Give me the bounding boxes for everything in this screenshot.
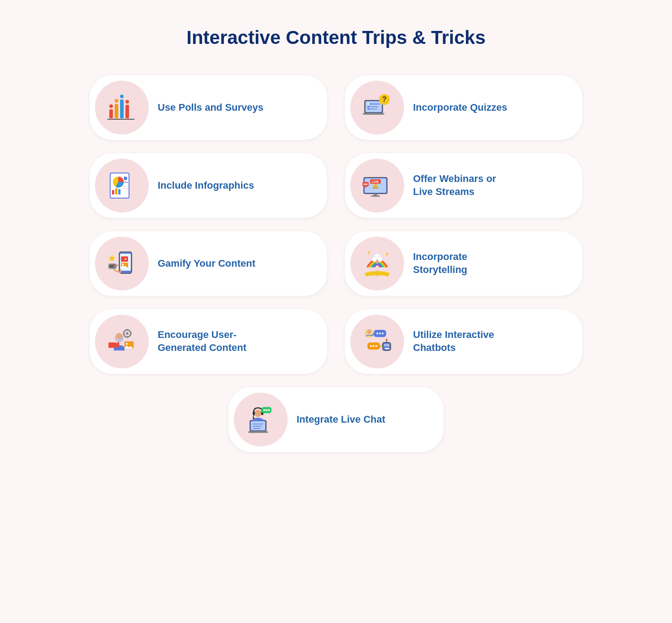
svg-point-25 xyxy=(124,177,127,180)
svg-rect-23 xyxy=(115,188,117,195)
icon-circle-storytelling: ✦ ✦ xyxy=(350,237,404,290)
svg-point-85 xyxy=(373,345,375,347)
svg-rect-58 xyxy=(376,260,379,264)
svg-point-4 xyxy=(109,104,113,108)
svg-rect-87 xyxy=(383,342,391,350)
card-livechat: Integrate Live Chat xyxy=(228,387,444,452)
svg-point-90 xyxy=(385,345,386,346)
svg-text:✦: ✦ xyxy=(367,251,370,255)
card-ugc-label: Encourage User- Generated Content xyxy=(158,329,246,354)
svg-point-101 xyxy=(254,410,262,417)
card-chatbots: Utilize Interactive Chatbots xyxy=(345,309,582,374)
svg-point-40 xyxy=(366,184,368,185)
svg-marker-47 xyxy=(108,255,116,262)
svg-point-91 xyxy=(388,345,388,346)
svg-point-50 xyxy=(115,266,116,268)
svg-rect-67 xyxy=(126,329,128,331)
svg-point-104 xyxy=(253,417,254,419)
svg-rect-42 xyxy=(120,254,131,271)
card-webinars-label: Offer Webinars or Live Streams xyxy=(413,173,496,198)
svg-point-94 xyxy=(386,339,388,341)
card-polls: Use Polls and Surveys xyxy=(90,75,327,140)
card-storytelling: ✦ ✦ Incorporate Storytelling xyxy=(345,231,582,296)
bottom-row: Integrate Live Chat xyxy=(90,387,582,452)
svg-rect-92 xyxy=(385,348,389,349)
svg-point-84 xyxy=(370,345,372,347)
svg-point-6 xyxy=(120,95,124,98)
svg-point-80 xyxy=(379,333,381,334)
svg-marker-83 xyxy=(380,344,383,348)
svg-rect-68 xyxy=(126,336,128,338)
svg-point-18 xyxy=(367,106,369,108)
svg-point-7 xyxy=(125,100,129,104)
card-polls-label: Use Polls and Surveys xyxy=(158,101,263,114)
card-infographics: Include Infographics xyxy=(90,153,327,218)
svg-point-108 xyxy=(266,409,267,411)
svg-point-33 xyxy=(374,184,377,186)
svg-rect-3 xyxy=(125,105,129,118)
svg-rect-1 xyxy=(115,104,118,118)
svg-rect-71 xyxy=(108,342,116,348)
svg-text:?: ? xyxy=(382,95,387,103)
svg-point-19 xyxy=(367,108,369,110)
card-quizzes: ? Incorporate Quizzes xyxy=(345,75,582,140)
card-infographics-label: Include Infographics xyxy=(158,179,254,192)
card-livechat-label: Integrate Live Chat xyxy=(297,413,385,426)
icon-circle-webinars: LIVE xyxy=(350,159,404,212)
svg-point-5 xyxy=(115,99,118,103)
svg-point-66 xyxy=(126,332,129,335)
icon-circle-chatbots xyxy=(350,315,404,368)
svg-point-38 xyxy=(364,184,365,185)
gamify-icon xyxy=(106,247,138,280)
chatbots-icon xyxy=(361,325,393,358)
svg-point-46 xyxy=(122,264,124,265)
svg-rect-96 xyxy=(251,421,265,430)
icon-circle-quizzes: ? xyxy=(350,81,404,134)
icon-circle-gamify xyxy=(95,237,149,290)
svg-point-74 xyxy=(126,343,128,345)
svg-point-107 xyxy=(263,409,265,411)
card-gamify-label: Gamify Your Content xyxy=(158,257,255,270)
card-gamify: Gamify Your Content xyxy=(90,231,327,296)
svg-point-109 xyxy=(268,409,270,411)
polls-icon xyxy=(106,91,138,124)
svg-point-17 xyxy=(367,103,369,105)
svg-rect-100 xyxy=(248,431,268,433)
infographics-icon xyxy=(106,169,138,202)
webinars-icon: LIVE xyxy=(361,169,393,202)
svg-point-86 xyxy=(375,345,377,347)
icon-circle-infographics xyxy=(95,159,149,212)
icon-circle-livechat xyxy=(234,393,288,446)
page-container: Interactive Content Trips & Tricks xyxy=(90,18,582,452)
svg-point-64 xyxy=(116,333,122,339)
storytelling-icon: ✦ ✦ xyxy=(361,247,393,280)
svg-rect-102 xyxy=(253,411,255,415)
svg-rect-35 xyxy=(371,195,380,197)
page-title: Interactive Content Trips & Tricks xyxy=(90,27,582,48)
livechat-icon xyxy=(245,403,277,436)
cards-grid: Use Polls and Surveys ? xyxy=(90,75,582,374)
svg-point-81 xyxy=(382,333,383,334)
card-webinars: LIVE Offer Webinars or Live Streams xyxy=(345,153,582,218)
svg-rect-14 xyxy=(363,113,384,115)
card-ugc: Encourage User- Generated Content xyxy=(90,309,327,374)
svg-rect-24 xyxy=(118,189,121,195)
svg-text:LIVE: LIVE xyxy=(372,180,379,183)
card-quizzes-label: Incorporate Quizzes xyxy=(413,101,507,114)
svg-rect-53 xyxy=(111,265,113,267)
svg-point-39 xyxy=(365,184,366,185)
ugc-icon xyxy=(106,325,138,358)
icon-circle-ugc xyxy=(95,315,149,368)
svg-point-79 xyxy=(376,333,378,334)
card-storytelling-label: Incorporate Storytelling xyxy=(413,251,467,276)
svg-rect-22 xyxy=(112,190,114,195)
card-chatbots-label: Utilize Interactive Chatbots xyxy=(413,329,494,354)
icon-circle-polls xyxy=(95,81,149,134)
svg-rect-0 xyxy=(109,109,113,118)
svg-rect-70 xyxy=(130,333,132,334)
svg-rect-69 xyxy=(123,333,125,334)
svg-text:✦: ✦ xyxy=(385,251,389,256)
svg-point-76 xyxy=(367,329,371,334)
svg-rect-43 xyxy=(121,256,128,262)
svg-rect-34 xyxy=(374,194,377,195)
